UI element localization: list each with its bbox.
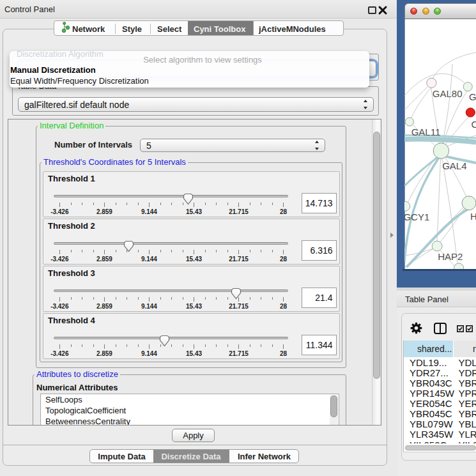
svg-text:GAL: GAL bbox=[469, 91, 476, 102]
svg-text:GAL80: GAL80 bbox=[433, 88, 463, 99]
svg-text:HAP2: HAP2 bbox=[438, 251, 463, 262]
svg-text:CD: CD bbox=[472, 119, 476, 130]
svg-text:GAL4: GAL4 bbox=[442, 160, 466, 171]
svg-text:GCY1: GCY1 bbox=[404, 211, 429, 222]
svg-text:HI: HI bbox=[470, 211, 476, 222]
svg-text:GAL11: GAL11 bbox=[411, 127, 441, 137]
